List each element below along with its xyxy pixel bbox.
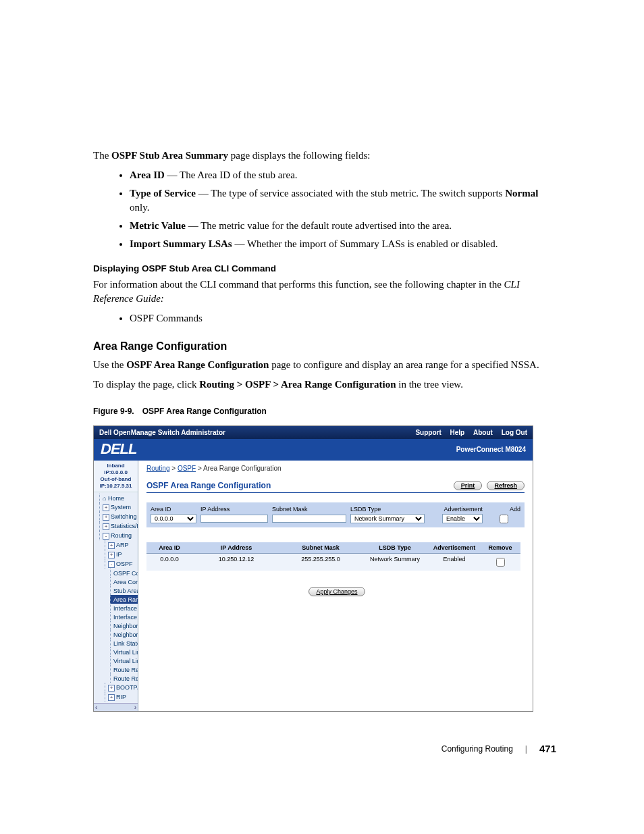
scroll-left-icon[interactable]: ‹ bbox=[95, 704, 97, 711]
td-mask: 255.255.255.0 bbox=[280, 554, 361, 571]
tree-node-18[interactable]: Virtual Link Summ bbox=[110, 656, 138, 665]
tree-node-21[interactable]: +BOOTP/DHCP Relay bbox=[105, 683, 138, 692]
tree-node-label: Neighbor Table bbox=[113, 623, 138, 629]
tree-node-11[interactable]: Area Range Con bbox=[110, 595, 138, 604]
hdr-adv: Advertisement bbox=[429, 506, 483, 513]
dell-logo: DELL bbox=[101, 440, 136, 458]
tree-expander-icon[interactable]: - bbox=[103, 533, 109, 540]
hdr-add: Add bbox=[487, 506, 520, 513]
logout-link[interactable]: Log Out bbox=[502, 429, 527, 436]
nav-tree: ⌂ Home+System+Switching+Statistics/RMON-… bbox=[94, 492, 138, 703]
tree-node-label: Home bbox=[108, 495, 124, 502]
remove-checkbox[interactable] bbox=[496, 558, 505, 567]
tree-node-22[interactable]: +RIP bbox=[105, 692, 138, 702]
help-link[interactable]: Help bbox=[450, 429, 465, 436]
refresh-button[interactable]: Refresh bbox=[487, 481, 525, 490]
brand-bar: DELL PowerConnect M8024 bbox=[94, 439, 533, 461]
tree-node-0[interactable]: ⌂ Home bbox=[99, 494, 138, 502]
field-list: Area ID — The Area ID of the stub area. … bbox=[93, 168, 556, 251]
tree-node-8[interactable]: OSPF Configuratio bbox=[110, 569, 138, 577]
tree-node-12[interactable]: Interface Statistics bbox=[110, 604, 138, 613]
area-id-select[interactable]: 0.0.0.0 bbox=[151, 514, 196, 523]
about-link[interactable]: About bbox=[473, 429, 493, 436]
hdr-ip: IP Address bbox=[200, 506, 268, 513]
window-title: Dell OpenManage Switch Administrator bbox=[99, 429, 225, 436]
intro-line: The OSPF Stub Area Summary page displays… bbox=[93, 149, 556, 163]
crumb-ospf[interactable]: OSPF bbox=[178, 465, 196, 472]
tree-node-14[interactable]: Neighbor Table bbox=[110, 621, 138, 630]
ip-input[interactable] bbox=[200, 515, 268, 523]
th-lsdb: LSDB Type bbox=[361, 542, 429, 554]
nav-sentence: To display the page, click Routing > OSP… bbox=[93, 377, 556, 392]
tree-node-20[interactable]: Route Redistributio bbox=[110, 674, 138, 683]
window-titlebar: Dell OpenManage Switch Administrator Sup… bbox=[94, 426, 533, 439]
tree-node-15[interactable]: Neighbor Configura bbox=[110, 630, 138, 639]
tree-node-17[interactable]: Virtual Link Config bbox=[110, 648, 138, 656]
td-adv: Enabled bbox=[429, 554, 480, 571]
tree-expander-icon[interactable]: + bbox=[108, 685, 115, 692]
sidebar-ip-info: Inband IP:0.0.0.0 Out-of-band IP:10.27.5… bbox=[94, 461, 138, 492]
footer-separator: | bbox=[525, 744, 527, 754]
figure-caption: Figure 9-9. OSPF Area Range Configuratio… bbox=[93, 407, 556, 416]
tree-node-label: Routing bbox=[111, 532, 132, 539]
page-number: 471 bbox=[539, 743, 556, 754]
tree-node-label: BOOTP/DHCP Relay bbox=[116, 684, 138, 691]
td-lsdb: Network Summary bbox=[361, 554, 429, 571]
crumb-routing[interactable]: Routing bbox=[146, 465, 169, 472]
tree-node-1[interactable]: +System bbox=[99, 502, 138, 512]
tree-expander-icon[interactable]: + bbox=[108, 552, 115, 558]
support-link[interactable]: Support bbox=[415, 429, 441, 436]
tree-node-6[interactable]: +IP bbox=[105, 550, 138, 559]
tree-node-10[interactable]: Stub Area Summa bbox=[110, 586, 138, 595]
tree-node-16[interactable]: Link State Databa bbox=[110, 639, 138, 648]
apply-changes-button[interactable]: Apply Changes bbox=[308, 587, 365, 596]
tree-node-label: Switching bbox=[111, 513, 137, 520]
tree-node-label: Route Redistributio bbox=[113, 667, 138, 673]
tree-node-3[interactable]: +Statistics/RMON bbox=[99, 521, 138, 531]
scroll-right-icon[interactable]: › bbox=[134, 704, 136, 711]
th-remove: Remove bbox=[480, 542, 520, 554]
tree-expander-icon[interactable]: + bbox=[108, 542, 115, 549]
product-name: PowerConnect M8024 bbox=[456, 446, 526, 453]
tree-expander-icon[interactable]: + bbox=[103, 514, 109, 521]
tree-node-label: RIP bbox=[116, 694, 126, 700]
mask-input[interactable] bbox=[272, 515, 346, 523]
tree-node-label: Area Configuration bbox=[113, 579, 138, 585]
tree-node-19[interactable]: Route Redistributio bbox=[110, 665, 138, 674]
tree-node-label: IP bbox=[116, 551, 122, 558]
sidebar: Inband IP:0.0.0.0 Out-of-band IP:10.27.5… bbox=[94, 461, 138, 711]
tree-node-label: Interface Configura bbox=[113, 614, 138, 621]
tree-node-label: Area Range Con bbox=[113, 596, 138, 603]
tree-node-label: ARP bbox=[116, 542, 129, 548]
tree-node-7[interactable]: -OSPF bbox=[105, 559, 138, 569]
sidebar-scrollbar[interactable]: ‹ › bbox=[94, 703, 138, 711]
hdr-mask: Subnet Mask bbox=[272, 506, 346, 513]
add-checkbox[interactable] bbox=[500, 515, 508, 523]
lsdb-select[interactable]: Network Summary bbox=[350, 514, 425, 523]
cli-list: OSPF Commands bbox=[93, 311, 556, 325]
tree-node-label: Link State Databa bbox=[113, 640, 138, 647]
section-heading: Area Range Configuration bbox=[93, 340, 556, 353]
tree-expander-icon[interactable]: - bbox=[108, 561, 115, 568]
th-area: Area ID bbox=[146, 542, 192, 554]
tree-expander-icon[interactable]: + bbox=[103, 504, 109, 511]
adv-select[interactable]: Enable bbox=[442, 514, 483, 523]
section-body: Use the OSPF Area Range Configuration pa… bbox=[93, 358, 556, 372]
tree-expander-icon[interactable]: + bbox=[108, 694, 115, 701]
tree-node-label: Virtual Link Summ bbox=[113, 658, 138, 664]
tree-expander-icon[interactable]: + bbox=[103, 523, 109, 530]
print-button[interactable]: Print bbox=[454, 481, 483, 490]
footer-section: Configuring Routing bbox=[441, 744, 513, 754]
tree-node-4[interactable]: -Routing bbox=[99, 531, 138, 540]
tree-node-label: Statistics/RMON bbox=[111, 523, 138, 529]
th-mask: Subnet Mask bbox=[280, 542, 361, 554]
titlebar-nav: Support Help About Log Out bbox=[408, 429, 527, 436]
tree-node-9[interactable]: Area Configuration bbox=[110, 577, 138, 586]
td-ip: 10.250.12.12 bbox=[192, 554, 280, 571]
th-ip: IP Address bbox=[192, 542, 280, 554]
breadcrumb: Routing > OSPF > Area Range Configuratio… bbox=[146, 465, 525, 472]
tree-node-2[interactable]: +Switching bbox=[99, 512, 138, 521]
tree-node-13[interactable]: Interface Configura bbox=[110, 613, 138, 621]
tree-node-label: Interface Statistics bbox=[113, 605, 138, 612]
tree-node-5[interactable]: +ARP bbox=[105, 540, 138, 550]
